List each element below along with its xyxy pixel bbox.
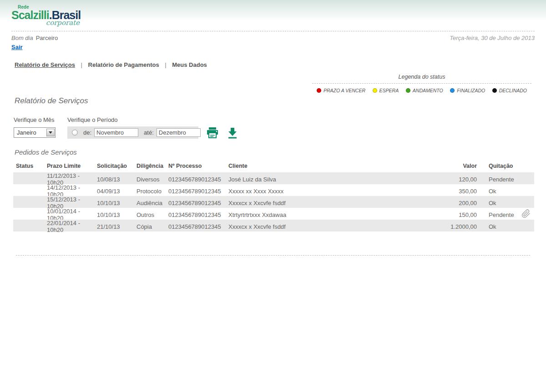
paperclip-icon[interactable] bbox=[521, 209, 531, 220]
nav-item-meus-dados[interactable]: Meus Dados bbox=[172, 61, 207, 68]
header-divider bbox=[11, 31, 535, 31]
download-button[interactable] bbox=[227, 127, 238, 139]
logout-link[interactable]: Sair bbox=[11, 44, 23, 50]
legend-items: PRAZO A VENCER ESPERA ANDAMENTO FINALIZA… bbox=[312, 88, 531, 93]
cell-quitacao: Pendente bbox=[489, 176, 534, 183]
cell-cliente: Xxxxx xx Xxxx Xxxxx bbox=[228, 188, 441, 195]
col-header-solicitacao: Solicitação bbox=[97, 163, 136, 169]
table-row[interactable]: 14/12/2013 - 10h20 04/09/13 Protocolo 01… bbox=[13, 184, 534, 196]
chevron-down-icon[interactable] bbox=[46, 129, 55, 136]
cell-diligencia: Cópia bbox=[136, 223, 168, 230]
cell-valor: 150,00 bbox=[441, 211, 489, 218]
nav-item-relatorio-pagamentos[interactable]: Relatório de Pagamentos bbox=[88, 61, 159, 68]
cell-quitacao: Ok bbox=[489, 223, 534, 230]
status-dot-blue-icon bbox=[450, 88, 455, 93]
col-header-diligencia: Diligência bbox=[136, 163, 168, 169]
table-header-row: Status Prazo Limite Solicitação Diligênc… bbox=[13, 161, 534, 172]
main-nav: Relatório de Serviços | Relatório de Pag… bbox=[15, 61, 546, 68]
cell-solicitacao: 10/08/13 bbox=[97, 176, 136, 183]
period-de-input[interactable] bbox=[94, 128, 138, 137]
col-header-quitacao: Quitação bbox=[489, 163, 534, 169]
greeting-row: Bom diaParceiro Terça-feira, 30 de Julho… bbox=[11, 35, 535, 41]
logout-row: Sair bbox=[11, 43, 535, 51]
nav-separator: | bbox=[81, 61, 82, 68]
legend-title: Legenda do status bbox=[312, 74, 531, 84]
status-dot-yellow-icon bbox=[373, 88, 377, 93]
page: Rede Scalzilli.Brasil corporate Bom diaP… bbox=[0, 0, 546, 392]
col-header-processo: Nº Processo bbox=[168, 163, 228, 169]
cell-processo: 0123456789012345 bbox=[168, 211, 228, 218]
period-filter-label: Verifique o Período bbox=[67, 116, 118, 123]
printer-icon bbox=[206, 133, 219, 140]
cell-valor: 350,00 bbox=[441, 188, 489, 195]
cell-solicitacao: 04/09/13 bbox=[97, 188, 136, 195]
logo: Rede Scalzilli.Brasil corporate bbox=[0, 0, 86, 27]
print-button[interactable] bbox=[206, 127, 219, 138]
filter-labels: Verifique o Mês Verifique o Período bbox=[14, 116, 546, 123]
col-header-status: Status bbox=[13, 163, 47, 169]
cell-valor: 1.2000,00 bbox=[441, 223, 489, 230]
status-dot-black-icon bbox=[492, 88, 497, 93]
legend-item: FINALIZADO bbox=[450, 88, 485, 93]
cell-solicitacao: 10/10/13 bbox=[97, 211, 136, 218]
col-header-cliente: Cliente bbox=[228, 163, 441, 169]
cell-quitacao: Ok bbox=[489, 188, 534, 195]
cell-cliente: José Luiz da Silva bbox=[228, 176, 441, 183]
cell-valor: 120,00 bbox=[441, 176, 489, 183]
download-icon bbox=[227, 133, 238, 140]
period-radio[interactable] bbox=[72, 130, 78, 136]
period-de-label: de: bbox=[83, 129, 91, 136]
cell-processo: 0123456789012345 bbox=[168, 200, 228, 206]
cell-cliente: Xxxxcx x Xxcvfe fsddf bbox=[228, 223, 441, 230]
period-filter-box: de: até: bbox=[67, 126, 198, 139]
services-table: Status Prazo Limite Solicitação Diligênc… bbox=[13, 161, 534, 231]
table-row[interactable]: 11/12/2013 - 10h20 10/08/13 Diversos 012… bbox=[13, 172, 534, 184]
month-filter-label: Verifique o Mês bbox=[14, 116, 67, 123]
cell-quitacao: Ok bbox=[489, 200, 534, 206]
cell-processo: 0123456789012345 bbox=[168, 176, 228, 183]
legend-item: PRAZO A VENCER bbox=[317, 88, 365, 93]
cell-solicitacao: 10/10/13 bbox=[97, 200, 136, 206]
nav-item-relatorio-servicos[interactable]: Relatório de Serviços bbox=[15, 61, 75, 68]
cell-valor: 200,00 bbox=[441, 200, 489, 206]
cell-processo: 0123456789012345 bbox=[168, 188, 228, 195]
legend-label: ESPERA bbox=[379, 88, 399, 93]
greeting-user: Parceiro bbox=[36, 35, 58, 41]
table-row[interactable]: 10/01/2014 - 10h20 10/10/13 Outros 01234… bbox=[13, 208, 534, 220]
cell-diligencia: Audiência bbox=[136, 200, 168, 206]
legend-label: FINALIZADO bbox=[457, 88, 485, 93]
filter-controls: Janeiro de: até: bbox=[14, 126, 546, 139]
col-header-prazo: Prazo Limite bbox=[47, 163, 97, 169]
logo-brand-green: Scalzilli bbox=[11, 9, 49, 21]
table-body: 11/12/2013 - 10h20 10/08/13 Diversos 012… bbox=[13, 172, 534, 231]
legend-label: ANDAMENTO bbox=[413, 88, 443, 93]
month-select[interactable]: Janeiro bbox=[14, 127, 56, 138]
cell-processo: 0123456789012345 bbox=[168, 223, 228, 230]
footer-divider bbox=[16, 255, 530, 256]
cell-diligencia: Diversos bbox=[136, 176, 168, 183]
period-ate-input[interactable] bbox=[157, 128, 201, 137]
table-row[interactable]: 22/01/2014 - 10h20 21/10/13 Cópia 012345… bbox=[13, 220, 534, 231]
legend-label: DECLINADO bbox=[499, 88, 527, 93]
cell-solicitacao: 21/10/13 bbox=[97, 223, 136, 230]
month-select-value: Janeiro bbox=[14, 129, 36, 136]
table-row[interactable]: 15/12/2013 - 10h20 10/10/13 Audiência 01… bbox=[13, 196, 534, 208]
cell-cliente: Xtrtyrtrtrtxxx Xxdawaa bbox=[228, 211, 441, 218]
status-dot-red-icon bbox=[317, 88, 321, 93]
legend-item: ESPERA bbox=[373, 88, 399, 93]
col-header-valor: Valor bbox=[441, 163, 489, 169]
page-title: Relatório de Serviços bbox=[15, 96, 546, 106]
legend-item: ANDAMENTO bbox=[406, 88, 443, 93]
status-dot-green-icon bbox=[406, 88, 410, 93]
table-title: Pedidos de Serviços bbox=[15, 148, 546, 156]
greeting: Bom diaParceiro bbox=[11, 35, 58, 41]
legend-label: PRAZO A VENCER bbox=[324, 88, 365, 93]
legend-item: DECLINADO bbox=[492, 88, 527, 93]
period-ate-label: até: bbox=[144, 129, 154, 136]
greeting-prefix: Bom dia bbox=[11, 35, 33, 41]
current-date: Terça-feira, 30 de Julho de 2013 bbox=[450, 35, 535, 41]
cell-diligencia: Outros bbox=[136, 211, 168, 218]
cell-prazo: 22/01/2014 - 10h20 bbox=[47, 220, 97, 233]
cell-diligencia: Protocolo bbox=[136, 188, 168, 195]
nav-separator: | bbox=[165, 61, 166, 68]
